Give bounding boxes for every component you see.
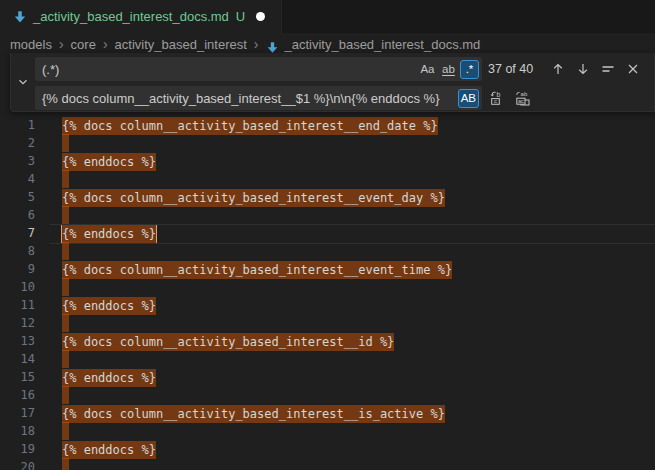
- chevron-right-icon: ›: [254, 36, 259, 52]
- editor-line[interactable]: 20: [0, 458, 655, 470]
- line-number[interactable]: 5: [0, 188, 35, 206]
- line-number[interactable]: 18: [0, 422, 35, 440]
- editor-line[interactable]: 8: [0, 242, 655, 260]
- preserve-case-toggle[interactable]: AB: [458, 89, 479, 108]
- match-count: 37 of 40: [488, 62, 546, 76]
- line-text: [62, 278, 69, 296]
- line-number[interactable]: 9: [0, 260, 35, 278]
- breadcrumb-item-file[interactable]: _activity_based_interest_docs.md: [284, 37, 480, 52]
- line-text: [62, 242, 69, 260]
- editor-line[interactable]: 1{% docs column__activity_based_interest…: [0, 116, 655, 134]
- close-find-widget-button[interactable]: [623, 60, 642, 79]
- breadcrumb-item-activity-based-interest[interactable]: activity_based_interest: [115, 37, 247, 52]
- svg-text:ab: ab: [520, 91, 527, 97]
- line-text: [62, 350, 69, 368]
- line-number[interactable]: 1: [0, 116, 35, 134]
- line-text: [62, 206, 69, 224]
- line-text: [62, 314, 69, 332]
- editor-line[interactable]: 11{% enddocs %}: [0, 296, 655, 314]
- line-number[interactable]: 4: [0, 170, 35, 188]
- editor-line[interactable]: 2: [0, 134, 655, 152]
- editor-line[interactable]: 14: [0, 350, 655, 368]
- unsaved-changes-dot-icon[interactable]: [256, 12, 265, 21]
- tab-active-file[interactable]: _activity_based_interest_docs.md U: [0, 0, 282, 33]
- line-number[interactable]: 12: [0, 314, 35, 332]
- find-input-value: (.*): [42, 62, 416, 77]
- find-input[interactable]: (.*) Aa ab .*: [35, 57, 482, 81]
- editor-line[interactable]: 3{% enddocs %}: [0, 152, 655, 170]
- editor-line[interactable]: 9{% docs column__activity_based_interest…: [0, 260, 655, 278]
- line-text: {% enddocs %}: [62, 153, 156, 171]
- line-text: {% docs column__activity_based_interest_…: [62, 189, 445, 207]
- replace-input-value: {% docs column__activity_based_interest_…: [42, 91, 456, 106]
- line-number[interactable]: 14: [0, 350, 35, 368]
- editor-line[interactable]: 18: [0, 422, 655, 440]
- line-number[interactable]: 16: [0, 386, 35, 404]
- breadcrumb: models › core › activity_based_interest …: [0, 33, 655, 55]
- editor-line[interactable]: 10: [0, 278, 655, 296]
- editor-line[interactable]: 7{% enddocs %}: [0, 224, 655, 242]
- line-text: {% enddocs %}: [62, 441, 156, 459]
- replace-input[interactable]: {% docs column__activity_based_interest_…: [35, 86, 482, 110]
- line-text: [62, 134, 69, 152]
- line-text: {% docs column__activity_based_interest_…: [62, 405, 445, 423]
- whole-word-toggle[interactable]: ab: [439, 60, 458, 79]
- line-text: {% docs column__activity_based_interest_…: [62, 261, 452, 279]
- chevron-right-icon: ›: [103, 36, 108, 52]
- line-text: {% enddocs %}: [62, 297, 156, 315]
- tab-filename: _activity_based_interest_docs.md: [33, 9, 229, 24]
- editor-line[interactable]: 6: [0, 206, 655, 224]
- line-number[interactable]: 13: [0, 332, 35, 350]
- line-number[interactable]: 2: [0, 134, 35, 152]
- line-text: {% docs column__activity_based_interest_…: [62, 117, 438, 135]
- line-text: [62, 386, 69, 404]
- match-case-toggle[interactable]: Aa: [418, 60, 437, 79]
- toggle-replace-button[interactable]: [11, 53, 35, 111]
- line-text: {% docs column__activity_based_interest_…: [62, 333, 394, 351]
- find-in-selection-button[interactable]: [598, 60, 617, 79]
- tab-bar: _activity_based_interest_docs.md U: [0, 0, 655, 33]
- line-text: {% enddocs %}: [62, 225, 156, 243]
- replace-all-button[interactable]: ab ac: [513, 89, 532, 108]
- next-match-button[interactable]: [573, 60, 592, 79]
- line-number[interactable]: 11: [0, 296, 35, 314]
- line-number[interactable]: 20: [0, 458, 35, 470]
- svg-text:c: c: [493, 98, 496, 104]
- editor-line[interactable]: 16: [0, 386, 655, 404]
- line-number[interactable]: 8: [0, 242, 35, 260]
- line-text: {% enddocs %}: [62, 369, 156, 387]
- editor-line[interactable]: 5{% docs column__activity_based_interest…: [0, 188, 655, 206]
- editor[interactable]: 1{% docs column__activity_based_interest…: [0, 55, 655, 470]
- breadcrumb-item-models[interactable]: models: [10, 37, 52, 52]
- find-replace-widget: (.*) Aa ab .* 37 of 40: [10, 53, 655, 112]
- editor-line[interactable]: 13{% docs column__activity_based_interes…: [0, 332, 655, 350]
- chevron-right-icon: ›: [59, 36, 64, 52]
- editor-line[interactable]: 12: [0, 314, 655, 332]
- replace-button[interactable]: b c: [488, 89, 507, 108]
- line-text: [62, 458, 69, 470]
- editor-line[interactable]: 17{% docs column__activity_based_interes…: [0, 404, 655, 422]
- line-number[interactable]: 10: [0, 278, 35, 296]
- breadcrumb-item-core[interactable]: core: [71, 37, 96, 52]
- line-number[interactable]: 6: [0, 206, 35, 224]
- previous-match-button[interactable]: [548, 60, 567, 79]
- line-number[interactable]: 19: [0, 440, 35, 458]
- svg-text:ac: ac: [518, 98, 524, 104]
- editor-line[interactable]: 4: [0, 170, 655, 188]
- line-text: [62, 170, 69, 188]
- editor-line[interactable]: 19{% enddocs %}: [0, 440, 655, 458]
- line-text: [62, 422, 69, 440]
- markdown-file-icon: [12, 9, 28, 25]
- line-number[interactable]: 17: [0, 404, 35, 422]
- regex-toggle[interactable]: .*: [460, 60, 479, 79]
- svg-text:b: b: [496, 91, 500, 98]
- editor-lines: 1{% docs column__activity_based_interest…: [0, 116, 655, 470]
- line-number[interactable]: 7: [0, 224, 35, 242]
- editor-line[interactable]: 15{% enddocs %}: [0, 368, 655, 386]
- git-status-badge: U: [236, 9, 245, 24]
- line-number[interactable]: 3: [0, 152, 35, 170]
- line-number[interactable]: 15: [0, 368, 35, 386]
